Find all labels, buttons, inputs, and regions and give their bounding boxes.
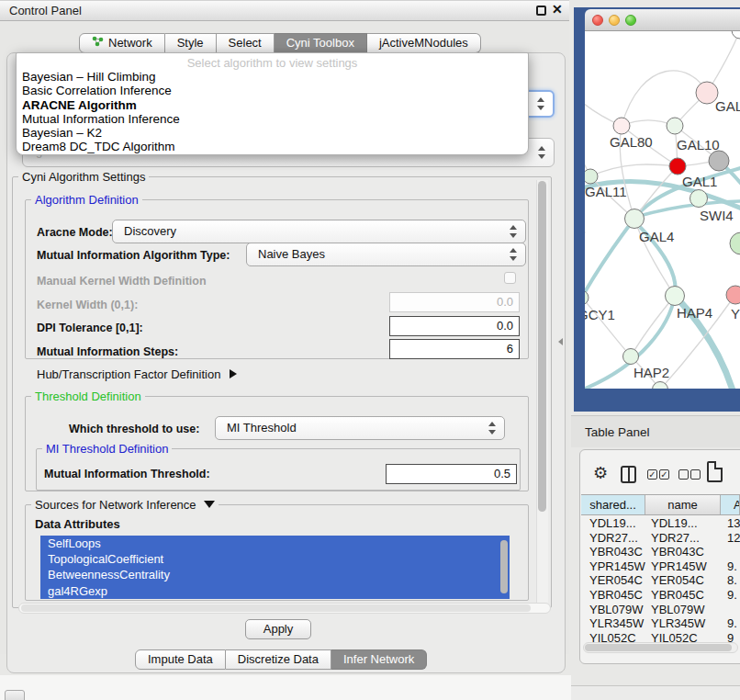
tab-discretize-data[interactable]: Discretize Data [226, 649, 331, 670]
table-cell: YBL079W [581, 603, 645, 617]
data-attributes-list[interactable]: SelfLoopsTopologicalCoefficientBetweenne… [40, 536, 510, 600]
apply-button[interactable]: Apply [245, 619, 311, 639]
network-node[interactable] [666, 287, 685, 306]
network-node[interactable] [732, 31, 740, 39]
algorithm-definition-legend: Algorithm Definition [31, 193, 142, 207]
attributes-scrollbar-thumb[interactable] [500, 540, 508, 593]
dpi-tolerance-field[interactable]: 0.0 [389, 316, 520, 336]
float-panel-icon[interactable] [536, 6, 546, 16]
network-node[interactable] [726, 286, 740, 304]
minimize-window-icon[interactable] [609, 15, 620, 26]
data-attribute-item[interactable]: TopologicalCoefficient [40, 551, 510, 567]
tab-network[interactable]: Network [79, 33, 165, 53]
algorithm-popup-list: Bayesian – Hill ClimbingBasic Correlatio… [17, 70, 528, 154]
hub-definition-expander[interactable]: Hub/Transcription Factor Definition [37, 367, 237, 381]
which-threshold-combobox[interactable]: MI Threshold [215, 416, 505, 440]
tab-cyni-toolbox[interactable]: Cyni Toolbox [275, 33, 367, 53]
algorithm-option[interactable]: ARACNE Algorithm [17, 98, 528, 112]
data-attribute-item[interactable]: SelfLoops [40, 536, 510, 551]
close-window-icon[interactable] [592, 15, 603, 26]
network-node[interactable] [709, 151, 729, 171]
network-node[interactable] [690, 190, 708, 208]
network-canvas[interactable]: GALGAL80GAL10GAL1GAL11SWI4GAL4GCY1HAP4YH… [585, 31, 740, 389]
network-node[interactable] [585, 169, 598, 184]
bottom-left-mini-button[interactable] [5, 690, 25, 700]
deselect-all-checkbox-icon-2[interactable] [690, 469, 701, 480]
column-header-shared-name[interactable]: shared... [581, 495, 645, 514]
algorithm-option[interactable]: Bayesian – K2 [17, 126, 528, 140]
table-row[interactable]: YBL079WYBL079W [581, 603, 740, 617]
table-row[interactable]: YDL19...YDL19...13 [581, 516, 740, 531]
tab-style[interactable]: Style [165, 33, 217, 53]
tab-select[interactable]: Select [217, 33, 275, 53]
kernel-width-field[interactable]: 0.0 [389, 292, 520, 312]
network-node-label: GAL10 [677, 137, 720, 152]
table-row[interactable]: YPR145WYPR145W9. [581, 559, 740, 574]
column-header-partial[interactable]: A [721, 495, 740, 514]
network-node[interactable] [667, 118, 683, 134]
tab-infer-network[interactable]: Infer Network [331, 649, 427, 670]
table-hscrollbar-thumb[interactable] [585, 644, 732, 651]
network-node[interactable] [730, 232, 740, 254]
data-attribute-item[interactable]: BetweennessCentrality [40, 567, 510, 582]
mi-threshold-field[interactable]: 0.5 [386, 464, 517, 484]
tab-impute-data[interactable]: Impute Data [135, 649, 226, 670]
network-edge[interactable] [631, 296, 675, 356]
network-node[interactable] [623, 349, 639, 365]
manual-kernel-width-label: Manual Kernel Width Definition [37, 275, 207, 288]
network-edge[interactable] [622, 71, 707, 126]
table-row[interactable]: YIL052CYIL052C9 [581, 631, 740, 643]
table-settings-gear-icon[interactable]: ⚙ [593, 463, 608, 483]
table-row[interactable]: YLR345WYLR345W9. [581, 616, 740, 631]
control-panel-titlebar: Control Panel ✕ [0, 0, 569, 21]
mi-steps-field[interactable]: 6 [389, 339, 520, 359]
mi-algorithm-type-combobox[interactable]: Naive Bayes [246, 243, 526, 266]
manual-kernel-width-checkbox[interactable] [504, 272, 516, 284]
table-body: YDL19...YDL19...13YDR27...YDR27...12YBR0… [581, 516, 740, 643]
deselect-all-checkbox-icon[interactable] [678, 469, 689, 480]
network-node-label: GAL [715, 98, 740, 114]
table-cell: YER054C [645, 573, 721, 588]
select-all-checkbox-icon[interactable]: ✓ [647, 469, 657, 480]
splitter-collapse-icon[interactable] [558, 338, 563, 345]
algorithm-option[interactable]: Basic Correlation Inference [17, 84, 528, 97]
network-node[interactable] [613, 118, 630, 134]
network-node[interactable] [585, 290, 589, 305]
which-threshold-value: MI Threshold [227, 421, 297, 435]
aracne-mode-combobox[interactable]: Discovery [112, 220, 526, 243]
export-table-icon[interactable] [707, 461, 723, 482]
dpi-tolerance-label: DPI Tolerance [0,1]: [37, 322, 143, 334]
table-cell: YBL079W [645, 603, 721, 617]
close-panel-icon[interactable]: ✕ [552, 2, 563, 17]
table-cell: YDL19... [581, 516, 645, 531]
settings-scrollbar-thumb[interactable] [538, 181, 546, 512]
select-all-checkbox-icon-2[interactable]: ✓ [659, 469, 669, 480]
tab-jactivemnodules[interactable]: jActiveMNodules [367, 33, 481, 53]
network-window-titlebar[interactable] [585, 9, 740, 31]
network-node-label: GCY1 [585, 307, 615, 322]
table-row[interactable]: YBR045CYBR045C9. [581, 588, 740, 603]
data-attributes-label: Data Attributes [35, 517, 120, 531]
network-node[interactable] [625, 209, 645, 229]
settings-hscrollbar-thumb[interactable] [21, 604, 531, 612]
algorithm-option[interactable]: Bayesian – Hill Climbing [17, 70, 528, 84]
table-panel-title: Table Panel [585, 425, 650, 439]
network-edge[interactable] [590, 164, 678, 176]
table-cell: 12 [721, 531, 740, 546]
show-columns-icon[interactable] [621, 466, 636, 483]
tab-style-label: Style [177, 34, 204, 52]
zoom-window-icon[interactable] [625, 15, 636, 26]
table-row[interactable]: YBR043CYBR043C [581, 545, 740, 559]
sources-legend[interactable]: Sources for Network Inference [31, 498, 219, 512]
table-cell: YDR27... [581, 531, 645, 546]
algorithm-option[interactable]: Dream8 DC_TDC Algorithm [17, 140, 528, 153]
column-header-name[interactable]: name [645, 495, 721, 514]
network-node[interactable] [669, 158, 686, 175]
table-row[interactable]: YER054CYER054C8. [581, 573, 740, 588]
table-cell [721, 545, 740, 559]
algorithm-option[interactable]: Mutual Information Inference [17, 112, 528, 126]
data-attribute-item[interactable]: gal4RGexp [40, 583, 510, 599]
threshold-definition-legend: Threshold Definition [31, 390, 145, 403]
table-row[interactable]: YDR27...YDR27...12 [581, 531, 740, 546]
mi-threshold-label: Mutual Information Threshold: [44, 468, 210, 480]
